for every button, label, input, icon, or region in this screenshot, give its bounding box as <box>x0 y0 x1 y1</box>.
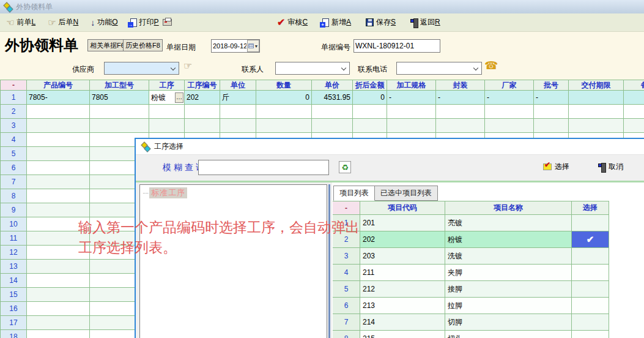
item-code-cell[interactable]: 214 <box>360 314 445 331</box>
main-table-cell[interactable] <box>569 119 624 133</box>
doc-no-input[interactable] <box>353 39 440 53</box>
row-number[interactable]: 6 <box>333 298 360 314</box>
row-number[interactable]: 3 <box>0 119 27 133</box>
row-number[interactable]: 15 <box>0 288 27 302</box>
main-table-cell[interactable] <box>534 105 569 119</box>
main-table-cell[interactable] <box>27 133 90 147</box>
row-number[interactable]: 9 <box>0 203 27 217</box>
main-table-cell[interactable] <box>90 119 149 133</box>
item-code-cell[interactable]: 203 <box>360 248 445 265</box>
row-number[interactable]: 8 <box>0 189 27 203</box>
row-number[interactable]: 17 <box>0 316 27 330</box>
item-code-cell[interactable]: 215 <box>360 331 445 338</box>
main-table-cell[interactable] <box>387 105 436 119</box>
item-name-cell[interactable]: 拉脚 <box>445 298 572 314</box>
main-table-cell[interactable] <box>534 119 569 133</box>
select-flag-cell[interactable]: ✔ <box>572 231 609 248</box>
item-name-cell[interactable]: 洗镀 <box>445 248 572 265</box>
select-flag-cell[interactable] <box>572 298 609 314</box>
row-number[interactable]: 5 <box>333 281 360 298</box>
main-table-cell[interactable]: - <box>485 91 534 105</box>
hand-point-icon[interactable]: ☞ <box>183 60 192 72</box>
main-table-cell[interactable] <box>27 175 90 189</box>
refresh-button[interactable] <box>339 161 351 173</box>
cancel-button[interactable]: 取消 <box>598 162 623 172</box>
next-doc-button[interactable]: 后单N <box>48 17 78 28</box>
select-button[interactable]: 选择 <box>543 162 569 172</box>
main-table-cell[interactable] <box>353 105 387 119</box>
main-table-cell[interactable]: - <box>387 91 436 105</box>
row-number[interactable]: 14 <box>0 274 27 288</box>
phone-icon[interactable]: ☎ <box>484 59 498 72</box>
row-number[interactable]: 13 <box>0 260 27 274</box>
main-table-cell[interactable] <box>624 105 644 119</box>
main-table-cell[interactable] <box>220 119 256 133</box>
process-cell[interactable]: 粉镀… <box>149 91 185 105</box>
row-number[interactable]: 12 <box>0 246 27 260</box>
row-number[interactable]: 1 <box>0 91 27 105</box>
main-table-cell[interactable] <box>27 260 90 274</box>
row-number[interactable]: 2 <box>0 105 27 119</box>
process-ellipsis-button[interactable]: … <box>175 92 183 103</box>
row-number[interactable]: 18 <box>0 330 27 338</box>
related-docs-button[interactable]: 相关单据F6 <box>87 39 127 51</box>
row-number[interactable]: 8 <box>333 331 360 338</box>
main-table-cell[interactable]: 4531.95 <box>312 91 353 105</box>
main-table-cell[interactable] <box>624 91 644 105</box>
main-table-cell[interactable] <box>387 119 436 133</box>
print-button[interactable]: 打印P <box>130 17 172 28</box>
select-flag-cell[interactable] <box>572 248 609 265</box>
main-table-cell[interactable] <box>27 316 90 330</box>
return-button[interactable]: 返回R <box>410 17 440 28</box>
main-table-cell[interactable]: 斤 <box>220 91 256 105</box>
main-table-cell[interactable] <box>485 119 534 133</box>
main-table-cell[interactable] <box>27 119 90 133</box>
main-table-cell[interactable] <box>353 119 387 133</box>
select-flag-cell[interactable] <box>572 314 609 331</box>
item-code-cell[interactable]: 211 <box>360 265 445 281</box>
row-number[interactable]: 5 <box>0 147 27 161</box>
row-number[interactable]: 10 <box>0 217 27 231</box>
main-table-cell[interactable]: - <box>436 91 485 105</box>
main-table-cell[interactable]: 0 <box>353 91 387 105</box>
item-name-cell[interactable]: 亮镀 <box>445 215 572 231</box>
main-table-cell[interactable] <box>185 105 220 119</box>
main-table-cell[interactable] <box>149 119 185 133</box>
main-table-cell[interactable]: - <box>534 91 569 105</box>
panel-splitter[interactable] <box>328 184 330 338</box>
main-table-cell[interactable]: 0 <box>256 91 312 105</box>
main-table-cell[interactable]: 7805- <box>27 91 90 105</box>
row-number[interactable]: 4 <box>0 133 27 147</box>
main-table-cell[interactable] <box>569 91 624 105</box>
main-table-cell[interactable] <box>27 161 90 175</box>
item-name-cell[interactable]: 切头 <box>445 331 572 338</box>
tab-selected-item-list[interactable]: 已选中项目列表 <box>375 186 438 201</box>
item-code-cell[interactable]: 202 <box>360 231 445 248</box>
history-price-button[interactable]: 历史价格F8 <box>123 39 163 51</box>
main-table-cell[interactable] <box>27 203 90 217</box>
main-table-cell[interactable] <box>27 189 90 203</box>
main-table-cell[interactable] <box>27 288 90 302</box>
item-name-cell[interactable]: 切脚 <box>445 314 572 331</box>
row-number[interactable]: 7 <box>333 314 360 331</box>
main-table-cell[interactable] <box>220 105 256 119</box>
row-number[interactable]: 4 <box>333 265 360 281</box>
save-button[interactable]: 保存S <box>366 17 396 28</box>
phone-combo[interactable] <box>396 62 482 75</box>
item-name-cell[interactable]: 夹脚 <box>445 265 572 281</box>
main-table-cell[interactable] <box>256 105 312 119</box>
row-number[interactable]: 6 <box>0 161 27 175</box>
main-table-cell[interactable] <box>256 119 312 133</box>
main-table-cell[interactable] <box>27 302 90 316</box>
main-table-cell[interactable] <box>27 105 90 119</box>
main-table-cell[interactable] <box>624 119 644 133</box>
select-flag-cell[interactable] <box>572 265 609 281</box>
main-table-cell[interactable] <box>90 105 149 119</box>
fuzzy-search-input[interactable] <box>198 160 329 175</box>
supplier-combo[interactable] <box>104 62 179 75</box>
select-flag-cell[interactable] <box>572 331 609 338</box>
main-table-cell[interactable] <box>436 119 485 133</box>
contact-combo[interactable] <box>275 62 350 75</box>
tree-node-standard-process[interactable]: ···· 标准工序 <box>142 187 327 198</box>
functions-button[interactable]: 功能O <box>91 17 117 28</box>
